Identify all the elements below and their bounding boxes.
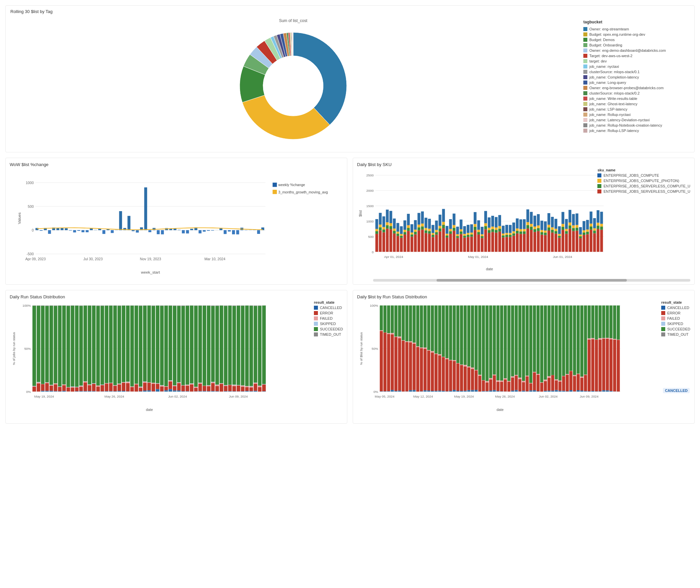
svg-rect-138 <box>421 227 424 230</box>
svg-rect-169 <box>449 234 452 252</box>
svg-rect-800 <box>442 391 445 392</box>
svg-rect-180 <box>456 227 459 234</box>
svg-rect-221 <box>495 233 497 252</box>
svg-rect-415 <box>71 305 75 306</box>
svg-rect-638 <box>232 391 236 392</box>
svg-rect-474 <box>113 306 117 385</box>
svg-rect-247 <box>516 229 518 231</box>
svg-rect-315 <box>576 225 578 228</box>
svg-rect-236 <box>505 225 508 233</box>
svg-rect-872 <box>485 391 488 392</box>
svg-rect-185 <box>463 238 466 252</box>
list-run-status-label: ERROR <box>667 311 681 315</box>
svg-rect-58 <box>245 230 248 231</box>
legend-color-swatch <box>583 81 587 85</box>
sku-legend-item: ENTERPRISE_JOBS_COMPUTE_(PHOTON) <box>597 179 690 183</box>
svg-rect-820 <box>453 360 456 361</box>
legend-item: Target: dev-aws-us-west-2 <box>583 54 687 58</box>
svg-rect-114 <box>400 236 402 238</box>
svg-rect-1042 <box>588 338 591 340</box>
svg-rect-434 <box>88 391 91 392</box>
svg-rect-166 <box>446 236 448 238</box>
svg-rect-936 <box>522 305 525 381</box>
svg-rect-1010 <box>569 390 572 392</box>
svg-rect-794 <box>438 391 441 392</box>
svg-rect-712 <box>387 333 390 334</box>
svg-rect-107 <box>393 229 395 231</box>
svg-rect-610 <box>211 382 215 383</box>
svg-rect-468 <box>109 306 113 383</box>
svg-rect-1032 <box>580 305 583 377</box>
svg-rect-804 <box>442 305 445 357</box>
svg-rect-735 <box>402 341 405 392</box>
svg-rect-544 <box>164 386 168 387</box>
svg-rect-836 <box>464 391 467 392</box>
legend-color-swatch <box>583 91 587 95</box>
legend-label: clusterSource: mlops-stack/0.2 <box>589 91 639 95</box>
svg-rect-316 <box>576 213 578 225</box>
svg-rect-363 <box>37 384 40 392</box>
legend-swatch <box>597 173 601 177</box>
svg-rect-253 <box>523 234 526 252</box>
svg-rect-109 <box>396 236 399 252</box>
svg-rect-35 <box>148 230 151 232</box>
wow-title: WoW $list %change <box>10 162 343 167</box>
legend-item: clusterSource: mlops-stack/0.2 <box>583 91 687 95</box>
legend-color-swatch <box>583 27 587 31</box>
svg-rect-1074 <box>606 305 609 338</box>
legend-swatch <box>597 184 601 188</box>
svg-rect-271 <box>537 226 540 228</box>
svg-rect-88 <box>375 219 378 229</box>
svg-rect-629 <box>224 385 228 386</box>
svg-rect-209 <box>484 230 487 252</box>
scrollbar-thumb <box>437 279 627 282</box>
svg-rect-605 <box>207 385 211 386</box>
svg-rect-154 <box>435 232 438 235</box>
svg-rect-1020 <box>573 305 576 375</box>
svg-rect-17 <box>73 230 76 233</box>
svg-rect-1072 <box>606 338 609 338</box>
svg-rect-120 <box>403 220 406 230</box>
svg-rect-888 <box>493 305 496 375</box>
svg-rect-262 <box>530 227 533 230</box>
svg-rect-580 <box>190 384 194 384</box>
legend-color-swatch <box>583 54 587 58</box>
svg-rect-1016 <box>573 392 576 392</box>
svg-rect-384 <box>49 306 53 385</box>
svg-rect-406 <box>67 387 70 388</box>
svg-rect-698 <box>380 391 383 392</box>
legend-label: job_name: Latency-Deviation-nyctaxi <box>589 118 650 122</box>
svg-rect-900 <box>500 305 503 381</box>
svg-rect-521 <box>147 382 151 383</box>
svg-rect-681 <box>262 385 266 391</box>
svg-rect-842 <box>467 390 470 392</box>
svg-rect-563 <box>177 382 181 383</box>
legend-swatch <box>314 327 318 331</box>
legend-swatch <box>597 179 601 183</box>
svg-rect-968 <box>544 391 547 392</box>
legend-item: Owner: eng-streamteam <box>583 27 687 31</box>
svg-rect-118 <box>403 232 406 235</box>
svg-rect-671 <box>254 383 257 383</box>
svg-rect-127 <box>411 233 413 235</box>
daily-sku-panel: Daily $list by SKU sku_name ENTERPRISE_J… <box>353 158 695 285</box>
legend-item: job_name: LSP-latency <box>583 107 687 111</box>
svg-rect-903 <box>504 380 507 392</box>
svg-rect-714 <box>387 305 390 333</box>
svg-rect-1028 <box>580 391 583 392</box>
svg-rect-178 <box>456 236 459 238</box>
svg-rect-263 <box>530 224 533 227</box>
svg-rect-746 <box>409 390 412 392</box>
svg-rect-569 <box>181 385 185 386</box>
svg-rect-314 <box>576 228 578 231</box>
svg-rect-660 <box>245 306 249 386</box>
run-status-label: SUCCEEDED <box>320 327 343 331</box>
svg-rect-122 <box>407 228 410 231</box>
svg-rect-390 <box>54 306 57 383</box>
svg-rect-730 <box>398 336 401 338</box>
donut-container <box>233 26 353 146</box>
svg-rect-28 <box>119 211 122 230</box>
scrollbar[interactable] <box>373 279 690 282</box>
legend-swatch <box>597 189 601 193</box>
svg-rect-729 <box>398 338 401 391</box>
